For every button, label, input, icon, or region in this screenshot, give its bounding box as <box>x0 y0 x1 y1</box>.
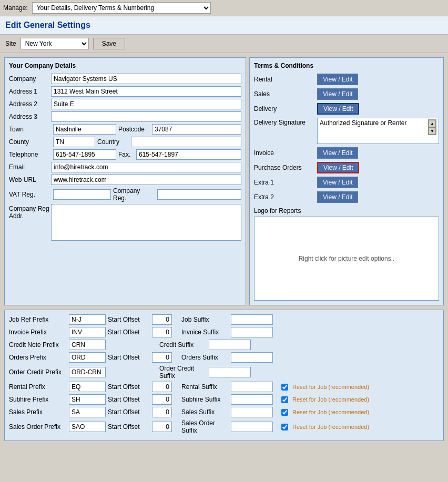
invoice-label: Invoice <box>254 149 317 157</box>
purchase-orders-view-edit-button[interactable]: View / Edit <box>317 162 359 173</box>
subhire-suffix-input[interactable] <box>231 394 273 405</box>
invoice-suffix-input[interactable] <box>231 327 273 337</box>
sales-prefix-input[interactable] <box>69 407 106 417</box>
sales-reset-label: Reset for Job (recommended) <box>292 409 369 415</box>
ordercredit-suffix-input[interactable] <box>209 367 251 377</box>
sales-prefix-label: Sales Prefix <box>9 408 67 416</box>
company-input[interactable] <box>51 74 241 84</box>
address2-input[interactable] <box>51 99 241 109</box>
orders-prefix-input[interactable] <box>69 352 106 363</box>
company-panel-title: Your Company Details <box>9 62 241 69</box>
invoice-prefix-input[interactable] <box>69 327 106 337</box>
comp-reg-addr-row: Company Reg Addr. <box>9 204 241 241</box>
email-label: Email <box>9 163 51 171</box>
compreg-input[interactable] <box>157 189 241 200</box>
rental-view-edit-button[interactable]: View / Edit <box>317 74 358 85</box>
sales-view-edit-button[interactable]: View / Edit <box>317 88 358 100</box>
salesorder-reset-label: Reset for Job (recommended) <box>292 424 369 430</box>
town-row: Town Postcode <box>9 124 241 135</box>
address2-row: Address 2 <box>9 99 241 109</box>
address3-input[interactable] <box>51 111 241 122</box>
salesorder-prefix-row: Sales Order Prefix Start Offset Sales Or… <box>9 419 439 434</box>
logo-box[interactable]: Right click for picture edit options.. <box>254 217 439 301</box>
salesorder-suffix-input[interactable] <box>231 422 273 432</box>
rental-start-offset-label: Start Offset <box>108 383 150 391</box>
orders-start-offset-label: Start Offset <box>108 354 150 361</box>
creditnote-prefix-input[interactable] <box>69 340 106 350</box>
sales-reset-checkbox[interactable] <box>281 409 288 416</box>
telephone-row: Telephone Fax. <box>9 149 241 160</box>
jobref-prefix-input[interactable] <box>69 314 106 325</box>
delivery-row: Delivery View / Edit <box>254 103 439 115</box>
rental-prefix-label: Rental Prefix <box>9 383 67 391</box>
delivery-view-edit-button[interactable]: View / Edit <box>317 103 359 115</box>
salesorder-start-offset-input[interactable] <box>152 422 172 432</box>
address1-label: Address 1 <box>9 88 51 95</box>
ordercredit-prefix-row: Order Credit Prefix Order Credit Suffix <box>9 365 439 380</box>
orders-start-offset-input[interactable] <box>152 352 172 363</box>
vatreg-input[interactable] <box>53 189 111 200</box>
manage-label: Manage: <box>3 4 28 12</box>
address1-input[interactable] <box>51 86 241 97</box>
rental-suffix-label: Rental Suffix <box>181 383 229 391</box>
weburl-row: Web URL <box>9 175 241 185</box>
sales-start-offset-input[interactable] <box>152 407 172 417</box>
orders-suffix-input[interactable] <box>231 352 273 363</box>
delivery-sig-label: Delivery Signature <box>254 118 317 126</box>
salesorder-prefix-input[interactable] <box>69 422 106 432</box>
orders-prefix-row: Orders Prefix Start Offset Orders Suffix <box>9 352 439 363</box>
comp-reg-addr-input[interactable] <box>51 204 241 241</box>
invoice-row: Invoice View / Edit <box>254 147 439 159</box>
email-input[interactable] <box>51 162 241 172</box>
site-select[interactable]: New York <box>21 38 89 49</box>
manage-select[interactable]: Your Details, Delivery Terms & Numbering <box>32 2 211 14</box>
rental-suffix-input[interactable] <box>231 382 273 392</box>
scroll-up-arrow[interactable]: ▲ <box>429 120 436 127</box>
extra2-row: Extra 2 View / Edit <box>254 191 439 203</box>
delivery-sig-container: Authorized Signature or Renter ▲ ▼ <box>317 118 439 144</box>
postcode-input[interactable] <box>152 124 241 135</box>
subhire-start-offset-input[interactable] <box>152 394 172 405</box>
save-button[interactable]: Save <box>93 38 125 49</box>
telephone-input[interactable] <box>53 149 116 160</box>
orders-suffix-label: Orders Suffix <box>181 354 229 361</box>
subhire-reset-label: Reset for Job (recommended) <box>292 396 369 403</box>
town-input[interactable] <box>53 124 116 135</box>
county-row: County Country <box>9 137 241 147</box>
subhire-prefix-input[interactable] <box>69 394 106 405</box>
county-input[interactable] <box>53 137 95 147</box>
fax-input[interactable] <box>136 149 241 160</box>
jobref-start-offset-input[interactable] <box>152 314 172 325</box>
subhire-prefix-row: Subhire Prefix Start Offset Subhire Suff… <box>9 394 439 405</box>
rental-reset-checkbox[interactable] <box>281 384 288 391</box>
invoice-start-offset-input[interactable] <box>152 327 172 337</box>
salesorder-reset-checkbox[interactable] <box>281 424 288 430</box>
rental-start-offset-input[interactable] <box>152 382 172 392</box>
top-bar: Manage: Your Details, Delivery Terms & N… <box>0 0 448 16</box>
subhire-reset-checkbox[interactable] <box>281 396 288 403</box>
postcode-label: Postcode <box>118 126 150 133</box>
invoice-view-edit-button[interactable]: View / Edit <box>317 147 358 159</box>
salesorder-suffix-label: Sales Order Suffix <box>181 419 229 434</box>
scroll-down-arrow[interactable]: ▼ <box>429 127 436 135</box>
logo-label: Logo for Reports <box>254 207 317 214</box>
ordercredit-suffix-label: Order Credit Suffix <box>159 365 207 380</box>
rental-label: Rental <box>254 76 317 83</box>
sales-start-offset-label: Start Offset <box>108 408 150 416</box>
weburl-label: Web URL <box>9 176 51 183</box>
compreg-label: Company Reg. <box>113 187 155 202</box>
rental-prefix-input[interactable] <box>69 382 106 392</box>
extra2-view-edit-button[interactable]: View / Edit <box>317 191 358 203</box>
main-content: Your Company Details Company Address 1 A… <box>0 53 448 310</box>
jobref-suffix-input[interactable] <box>231 314 273 325</box>
ordercredit-prefix-input[interactable] <box>69 367 106 377</box>
country-input[interactable] <box>131 137 241 147</box>
weburl-input[interactable] <box>51 175 241 185</box>
sales-suffix-input[interactable] <box>231 407 273 417</box>
subhire-prefix-label: Subhire Prefix <box>9 396 67 403</box>
scrollbar-vertical[interactable]: ▲ ▼ <box>428 119 436 135</box>
jobref-suffix-label: Job Suffix <box>181 316 229 323</box>
credit-suffix-input[interactable] <box>209 340 251 350</box>
county-label: County <box>9 138 51 146</box>
extra1-view-edit-button[interactable]: View / Edit <box>317 177 358 188</box>
